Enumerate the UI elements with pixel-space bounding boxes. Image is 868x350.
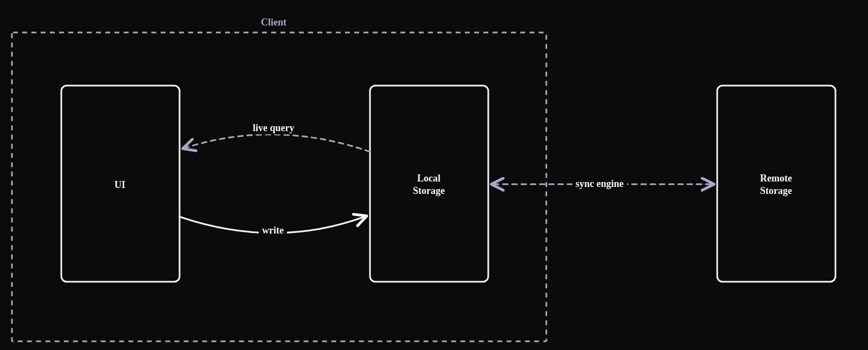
- arrow-live-query: [185, 134, 370, 152]
- sync-engine-label: sync engine: [572, 178, 627, 190]
- ui-label: UI: [111, 179, 129, 191]
- client-label: Client: [258, 16, 290, 29]
- local-storage-label: Local Storage: [410, 172, 448, 197]
- diagram-canvas: Client UI Local Storage Remote Storage l…: [0, 0, 868, 350]
- live-query-label: live query: [250, 122, 298, 134]
- client-container: [12, 33, 546, 341]
- write-label: write: [259, 224, 287, 237]
- remote-storage-label: Remote Storage: [757, 172, 795, 197]
